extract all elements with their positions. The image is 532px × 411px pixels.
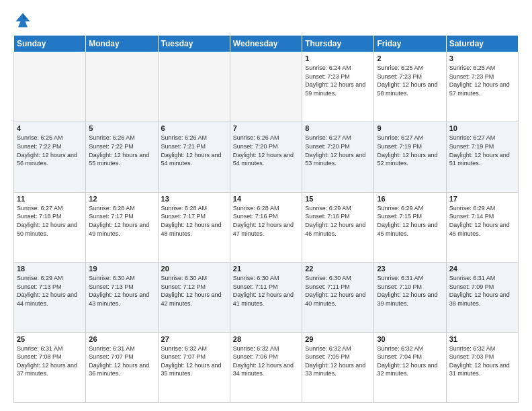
day-number: 10 — [449, 124, 515, 132]
day-number: 11 — [17, 195, 83, 203]
calendar-day-cell: 3Sunrise: 6:25 AMSunset: 7:23 PMDaylight… — [446, 52, 518, 122]
day-info: Sunrise: 6:29 AMSunset: 7:16 PMDaylight:… — [305, 204, 371, 238]
day-number: 2 — [377, 54, 443, 62]
header — [13, 11, 519, 30]
day-info: Sunrise: 6:32 AMSunset: 7:04 PMDaylight:… — [377, 345, 443, 378]
day-info: Sunrise: 6:29 AMSunset: 7:15 PMDaylight:… — [377, 204, 443, 238]
calendar-day-cell: 12Sunrise: 6:28 AMSunset: 7:17 PMDayligh… — [86, 192, 158, 262]
calendar-day-cell: 29Sunrise: 6:32 AMSunset: 7:05 PMDayligh… — [302, 332, 374, 402]
calendar-week-row: 11Sunrise: 6:27 AMSunset: 7:18 PMDayligh… — [14, 192, 519, 262]
day-info: Sunrise: 6:32 AMSunset: 7:06 PMDaylight:… — [233, 345, 299, 378]
day-info: Sunrise: 6:31 AMSunset: 7:08 PMDaylight:… — [17, 345, 83, 378]
calendar-week-row: 4Sunrise: 6:25 AMSunset: 7:22 PMDaylight… — [14, 122, 519, 192]
day-number: 6 — [161, 124, 227, 132]
day-number: 18 — [17, 265, 83, 273]
logo — [13, 11, 35, 30]
calendar-table: SundayMondayTuesdayWednesdayThursdayFrid… — [13, 35, 519, 403]
day-number: 5 — [89, 124, 154, 132]
weekday-header: Monday — [86, 36, 158, 52]
calendar-day-cell: 14Sunrise: 6:28 AMSunset: 7:16 PMDayligh… — [230, 192, 302, 262]
calendar-day-cell: 8Sunrise: 6:27 AMSunset: 7:20 PMDaylight… — [302, 122, 374, 192]
day-number: 8 — [305, 124, 371, 132]
calendar-day-cell: 6Sunrise: 6:26 AMSunset: 7:21 PMDaylight… — [158, 122, 230, 192]
day-info: Sunrise: 6:27 AMSunset: 7:18 PMDaylight:… — [17, 204, 83, 238]
day-info: Sunrise: 6:27 AMSunset: 7:19 PMDaylight:… — [377, 134, 443, 167]
calendar-day-cell: 1Sunrise: 6:24 AMSunset: 7:23 PMDaylight… — [302, 52, 374, 122]
page: SundayMondayTuesdayWednesdayThursdayFrid… — [0, 0, 532, 411]
day-number: 3 — [449, 54, 515, 62]
day-number: 22 — [305, 265, 371, 273]
day-number: 13 — [161, 195, 227, 203]
day-info: Sunrise: 6:29 AMSunset: 7:13 PMDaylight:… — [17, 274, 83, 308]
calendar-day-cell: 21Sunrise: 6:30 AMSunset: 7:11 PMDayligh… — [230, 263, 302, 332]
day-info: Sunrise: 6:27 AMSunset: 7:19 PMDaylight:… — [449, 134, 515, 167]
weekday-header: Wednesday — [230, 36, 302, 52]
day-number: 26 — [89, 335, 154, 343]
calendar-day-cell: 26Sunrise: 6:31 AMSunset: 7:07 PMDayligh… — [86, 332, 158, 402]
day-number: 23 — [377, 265, 443, 273]
day-info: Sunrise: 6:32 AMSunset: 7:05 PMDaylight:… — [305, 345, 371, 378]
day-number: 12 — [89, 195, 154, 203]
day-number: 16 — [377, 195, 443, 203]
calendar-day-cell: 9Sunrise: 6:27 AMSunset: 7:19 PMDaylight… — [374, 122, 446, 192]
day-number: 29 — [305, 335, 371, 343]
calendar-day-cell: 16Sunrise: 6:29 AMSunset: 7:15 PMDayligh… — [374, 192, 446, 262]
calendar-day-cell — [86, 52, 158, 122]
calendar-week-row: 18Sunrise: 6:29 AMSunset: 7:13 PMDayligh… — [14, 263, 519, 332]
calendar-day-cell — [14, 52, 86, 122]
day-info: Sunrise: 6:28 AMSunset: 7:17 PMDaylight:… — [89, 204, 154, 238]
calendar-day-cell: 30Sunrise: 6:32 AMSunset: 7:04 PMDayligh… — [374, 332, 446, 402]
day-number: 1 — [305, 54, 371, 62]
day-number: 14 — [233, 195, 299, 203]
logo-icon — [13, 11, 32, 30]
day-info: Sunrise: 6:30 AMSunset: 7:11 PMDaylight:… — [233, 274, 299, 308]
calendar-day-cell: 22Sunrise: 6:30 AMSunset: 7:11 PMDayligh… — [302, 263, 374, 332]
calendar-day-cell: 19Sunrise: 6:30 AMSunset: 7:13 PMDayligh… — [86, 263, 158, 332]
day-number: 31 — [449, 335, 515, 343]
day-info: Sunrise: 6:32 AMSunset: 7:03 PMDaylight:… — [449, 345, 515, 378]
calendar-day-cell: 5Sunrise: 6:26 AMSunset: 7:22 PMDaylight… — [86, 122, 158, 192]
day-info: Sunrise: 6:31 AMSunset: 7:10 PMDaylight:… — [377, 274, 443, 308]
day-info: Sunrise: 6:28 AMSunset: 7:17 PMDaylight:… — [161, 204, 227, 238]
calendar-day-cell: 25Sunrise: 6:31 AMSunset: 7:08 PMDayligh… — [14, 332, 86, 402]
calendar-day-cell — [230, 52, 302, 122]
weekday-header: Friday — [374, 36, 446, 52]
day-number: 30 — [377, 335, 443, 343]
calendar-day-cell: 27Sunrise: 6:32 AMSunset: 7:07 PMDayligh… — [158, 332, 230, 402]
calendar-day-cell: 13Sunrise: 6:28 AMSunset: 7:17 PMDayligh… — [158, 192, 230, 262]
calendar-day-cell: 10Sunrise: 6:27 AMSunset: 7:19 PMDayligh… — [446, 122, 518, 192]
day-number: 9 — [377, 124, 443, 132]
calendar-day-cell: 24Sunrise: 6:31 AMSunset: 7:09 PMDayligh… — [446, 263, 518, 332]
day-info: Sunrise: 6:24 AMSunset: 7:23 PMDaylight:… — [305, 64, 371, 97]
day-info: Sunrise: 6:26 AMSunset: 7:22 PMDaylight:… — [89, 134, 154, 167]
calendar-day-cell: 23Sunrise: 6:31 AMSunset: 7:10 PMDayligh… — [374, 263, 446, 332]
day-info: Sunrise: 6:31 AMSunset: 7:09 PMDaylight:… — [449, 274, 515, 308]
day-info: Sunrise: 6:29 AMSunset: 7:14 PMDaylight:… — [449, 204, 515, 238]
calendar-day-cell: 15Sunrise: 6:29 AMSunset: 7:16 PMDayligh… — [302, 192, 374, 262]
day-number: 24 — [449, 265, 515, 273]
calendar-week-row: 25Sunrise: 6:31 AMSunset: 7:08 PMDayligh… — [14, 332, 519, 402]
calendar-day-cell — [158, 52, 230, 122]
day-info: Sunrise: 6:26 AMSunset: 7:21 PMDaylight:… — [161, 134, 227, 167]
day-number: 4 — [17, 124, 83, 132]
day-info: Sunrise: 6:30 AMSunset: 7:12 PMDaylight:… — [161, 274, 227, 308]
day-number: 19 — [89, 265, 154, 273]
day-info: Sunrise: 6:25 AMSunset: 7:22 PMDaylight:… — [17, 134, 83, 167]
day-info: Sunrise: 6:28 AMSunset: 7:16 PMDaylight:… — [233, 204, 299, 238]
day-number: 17 — [449, 195, 515, 203]
day-info: Sunrise: 6:31 AMSunset: 7:07 PMDaylight:… — [89, 345, 154, 378]
calendar-day-cell: 7Sunrise: 6:26 AMSunset: 7:20 PMDaylight… — [230, 122, 302, 192]
weekday-header: Saturday — [446, 36, 518, 52]
day-number: 21 — [233, 265, 299, 273]
day-info: Sunrise: 6:25 AMSunset: 7:23 PMDaylight:… — [449, 64, 515, 97]
day-number: 7 — [233, 124, 299, 132]
calendar-day-cell: 2Sunrise: 6:25 AMSunset: 7:23 PMDaylight… — [374, 52, 446, 122]
weekday-header: Sunday — [14, 36, 86, 52]
calendar-day-cell: 18Sunrise: 6:29 AMSunset: 7:13 PMDayligh… — [14, 263, 86, 332]
day-info: Sunrise: 6:26 AMSunset: 7:20 PMDaylight:… — [233, 134, 299, 167]
day-number: 15 — [305, 195, 371, 203]
weekday-header: Thursday — [302, 36, 374, 52]
day-number: 20 — [161, 265, 227, 273]
day-info: Sunrise: 6:32 AMSunset: 7:07 PMDaylight:… — [161, 345, 227, 378]
calendar-header-row: SundayMondayTuesdayWednesdayThursdayFrid… — [14, 36, 519, 52]
